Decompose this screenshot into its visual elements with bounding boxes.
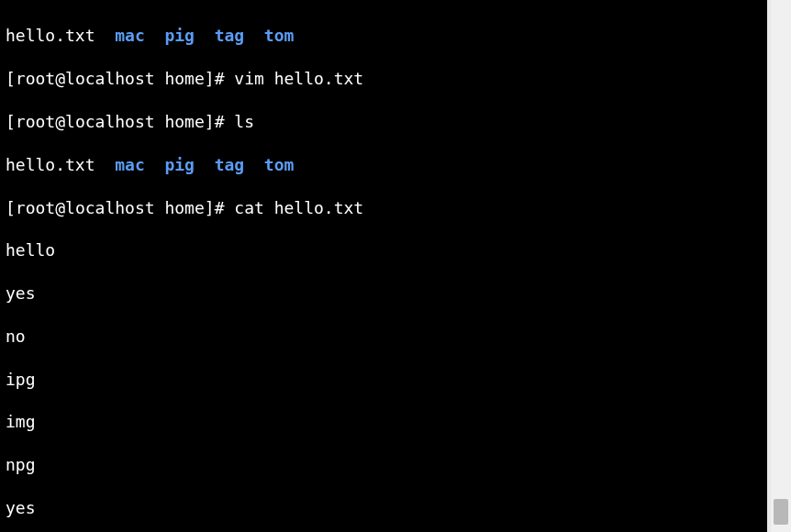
prompt-line: [root@localhost home]# ls — [6, 111, 762, 132]
ls-dir: pig — [164, 26, 195, 45]
command-text: ls — [234, 112, 254, 131]
ls-dir: tag — [215, 155, 245, 174]
ls-dir: tom — [264, 26, 295, 45]
output-line: no — [6, 326, 762, 347]
output-line: img — [6, 411, 762, 432]
ls-dir: mac — [115, 155, 145, 174]
output-line: ipg — [6, 369, 762, 390]
prompt-line: [root@localhost home]# vim hello.txt — [6, 68, 762, 89]
output-line: hello — [6, 239, 762, 260]
prompt-host: localhost — [65, 69, 155, 88]
ls-file: hello.txt — [6, 26, 95, 45]
ls-file: hello.txt — [6, 155, 95, 174]
terminal[interactable]: hello.txt mac pig tag tom [root@localhos… — [0, 0, 767, 532]
prompt-cwd: home — [164, 69, 204, 88]
output-line: npg — [6, 454, 762, 475]
scrollbar-track[interactable] — [771, 0, 791, 532]
ls-dir: tom — [264, 155, 295, 174]
output-line: yes — [6, 283, 762, 304]
prompt-symbol: # — [215, 69, 225, 88]
scrollbar-thumb[interactable] — [774, 499, 788, 525]
command-text: vim hello.txt — [234, 69, 363, 88]
ls-dir: tag — [215, 26, 245, 45]
prompt-user: root — [16, 69, 55, 88]
command-text: cat hello.txt — [234, 198, 363, 217]
ls-dir: mac — [115, 26, 145, 45]
ls-output-line: hello.txt mac pig tag tom — [6, 25, 762, 46]
prompt-line: [root@localhost home]# cat hello.txt — [6, 197, 762, 218]
ls-output-line: hello.txt mac pig tag tom — [6, 154, 762, 175]
ls-dir: pig — [164, 155, 195, 174]
output-line: yes — [6, 497, 762, 518]
